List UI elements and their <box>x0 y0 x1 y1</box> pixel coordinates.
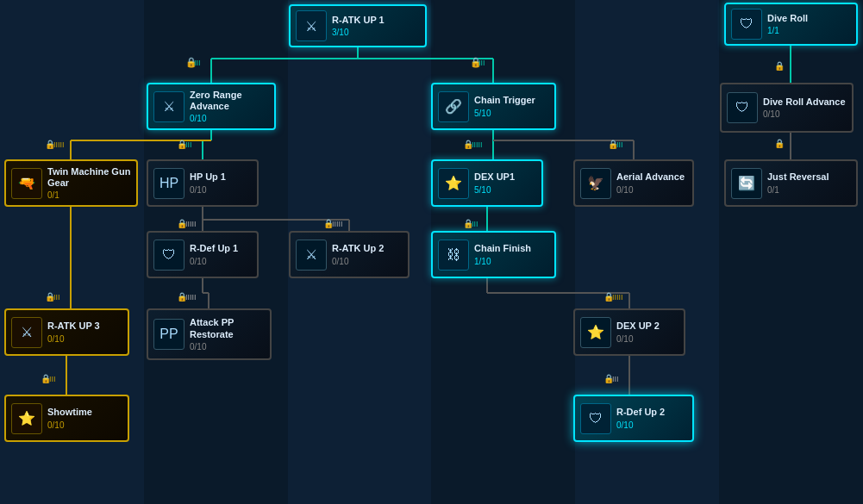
node-icon-zero_range: ⚔ <box>153 91 184 122</box>
node-count-showtime: 0/10 <box>47 420 92 430</box>
node-count-r_def1: 0/10 <box>190 257 238 266</box>
skill-node-r_def2[interactable]: 🛡R-Def Up 20/10 <box>573 395 694 442</box>
node-name-r_def2: R-Def Up 2 <box>616 407 665 418</box>
node-name-ratk2: R-ATK Up 2 <box>332 243 384 254</box>
node-text-just_reversal: Just Reversal0/1 <box>767 171 829 194</box>
node-count-chain_finish: 1/10 <box>474 257 531 266</box>
skill-node-chain_trigger[interactable]: 🔗Chain Trigger5/10 <box>431 83 556 130</box>
node-count-atk_pp: 0/10 <box>190 342 265 352</box>
node-text-ratk3: R-ATK UP 30/10 <box>47 320 100 343</box>
node-icon-dive_roll: 🛡 <box>731 9 762 40</box>
node-name-showtime: Showtime <box>47 407 92 418</box>
node-icon-atk_pp: PP <box>153 319 184 350</box>
node-text-ratk1: R-ATK UP 13/10 <box>332 15 385 37</box>
node-icon-chain_trigger: 🔗 <box>438 91 469 122</box>
node-count-ratk1: 3/10 <box>332 28 385 37</box>
node-name-aerial_adv: Aerial Advance <box>616 171 685 183</box>
node-name-chain_finish: Chain Finish <box>474 243 531 254</box>
node-text-r_def2: R-Def Up 20/10 <box>616 407 665 429</box>
node-name-dex_up1: DEX UP1 <box>474 171 515 183</box>
node-text-ratk2: R-ATK Up 20/10 <box>332 243 384 265</box>
node-text-showtime: Showtime0/10 <box>47 407 92 429</box>
skill-node-chain_finish[interactable]: ⛓Chain Finish1/10 <box>431 231 556 278</box>
node-count-twin_mg: 0/1 <box>47 190 131 200</box>
skill-node-dive_roll[interactable]: 🛡Dive Roll1/1 <box>724 3 858 46</box>
skill-node-showtime[interactable]: ⭐Showtime0/10 <box>4 395 129 442</box>
skill-node-aerial_adv[interactable]: 🦅Aerial Advance0/10 <box>573 159 694 207</box>
skill-node-hp_up1[interactable]: HPHP Up 10/10 <box>147 159 259 207</box>
node-text-hp_up1: HP Up 10/10 <box>190 171 226 194</box>
node-icon-just_reversal: 🔄 <box>731 168 762 199</box>
node-text-chain_trigger: Chain Trigger5/10 <box>474 95 535 117</box>
node-icon-twin_mg: 🔫 <box>11 168 42 199</box>
node-icon-ratk1: ⚔ <box>296 10 327 41</box>
node-name-twin_mg: Twin Machine Gun Gear <box>47 166 131 189</box>
skill-node-ratk3[interactable]: ⚔R-ATK UP 30/10 <box>4 308 129 356</box>
node-text-dive_roll_adv: Dive Roll Advance0/10 <box>763 96 846 119</box>
node-name-ratk3: R-ATK UP 3 <box>47 320 100 332</box>
node-name-zero_range: Zero Range Advance <box>190 90 269 112</box>
node-text-atk_pp: Attack PP Restorate0/10 <box>190 317 265 351</box>
skill-node-atk_pp[interactable]: PPAttack PP Restorate0/10 <box>147 308 272 360</box>
node-icon-aerial_adv: 🦅 <box>580 168 611 199</box>
skill-node-dive_roll_adv[interactable]: 🛡Dive Roll Advance0/10 <box>720 83 854 133</box>
node-name-hp_up1: HP Up 1 <box>190 171 226 183</box>
node-text-dex_up1: DEX UP15/10 <box>474 171 515 194</box>
node-name-just_reversal: Just Reversal <box>767 171 829 183</box>
node-count-ratk3: 0/10 <box>47 334 100 344</box>
node-icon-ratk3: ⚔ <box>11 317 42 348</box>
node-icon-r_def2: 🛡 <box>580 403 611 434</box>
skill-node-just_reversal[interactable]: 🔄Just Reversal0/1 <box>724 159 858 207</box>
node-count-just_reversal: 0/1 <box>767 185 829 195</box>
node-name-chain_trigger: Chain Trigger <box>474 95 535 106</box>
node-count-dex_up1: 5/10 <box>474 185 515 195</box>
node-icon-dex_up1: ⭐ <box>438 168 469 199</box>
skill-node-twin_mg[interactable]: 🔫Twin Machine Gun Gear0/1 <box>4 159 138 207</box>
skill-node-zero_range[interactable]: ⚔Zero Range Advance0/10 <box>147 83 276 130</box>
node-icon-hp_up1: HP <box>153 168 184 199</box>
node-count-zero_range: 0/10 <box>190 114 269 123</box>
node-name-dive_roll_adv: Dive Roll Advance <box>763 96 846 108</box>
node-name-r_def1: R-Def Up 1 <box>190 243 238 254</box>
node-text-r_def1: R-Def Up 10/10 <box>190 243 238 265</box>
node-count-dive_roll_adv: 0/10 <box>763 109 846 119</box>
node-name-dex_up2: DEX UP 2 <box>616 320 660 332</box>
node-text-twin_mg: Twin Machine Gun Gear0/1 <box>47 166 131 200</box>
node-icon-r_def1: 🛡 <box>153 240 184 271</box>
node-count-aerial_adv: 0/10 <box>616 185 685 195</box>
node-text-aerial_adv: Aerial Advance0/10 <box>616 171 685 194</box>
node-icon-showtime: ⭐ <box>11 403 42 434</box>
skill-node-dex_up2[interactable]: ⭐DEX UP 20/10 <box>573 308 685 356</box>
node-count-hp_up1: 0/10 <box>190 185 226 195</box>
node-text-chain_finish: Chain Finish1/10 <box>474 243 531 265</box>
node-name-dive_roll: Dive Roll <box>767 13 808 24</box>
node-icon-dive_roll_adv: 🛡 <box>727 92 758 123</box>
node-count-r_def2: 0/10 <box>616 420 665 430</box>
node-text-zero_range: Zero Range Advance0/10 <box>190 90 269 123</box>
skill-node-ratk2[interactable]: ⚔R-ATK Up 20/10 <box>289 231 410 278</box>
node-count-ratk2: 0/10 <box>332 257 384 266</box>
node-name-ratk1: R-ATK UP 1 <box>332 15 385 26</box>
node-icon-dex_up2: ⭐ <box>580 317 611 348</box>
node-count-dive_roll: 1/1 <box>767 26 808 35</box>
skill-node-dex_up1[interactable]: ⭐DEX UP15/10 <box>431 159 543 207</box>
node-count-chain_trigger: 5/10 <box>474 109 535 118</box>
node-text-dive_roll: Dive Roll1/1 <box>767 13 808 35</box>
node-count-dex_up2: 0/10 <box>616 334 660 344</box>
node-icon-chain_finish: ⛓ <box>438 240 469 271</box>
node-name-atk_pp: Attack PP Restorate <box>190 317 265 339</box>
node-text-dex_up2: DEX UP 20/10 <box>616 320 660 343</box>
skill-node-r_def1[interactable]: 🛡R-Def Up 10/10 <box>147 231 259 278</box>
skill-node-ratk1[interactable]: ⚔R-ATK UP 13/10 <box>289 4 427 47</box>
node-icon-ratk2: ⚔ <box>296 240 327 271</box>
